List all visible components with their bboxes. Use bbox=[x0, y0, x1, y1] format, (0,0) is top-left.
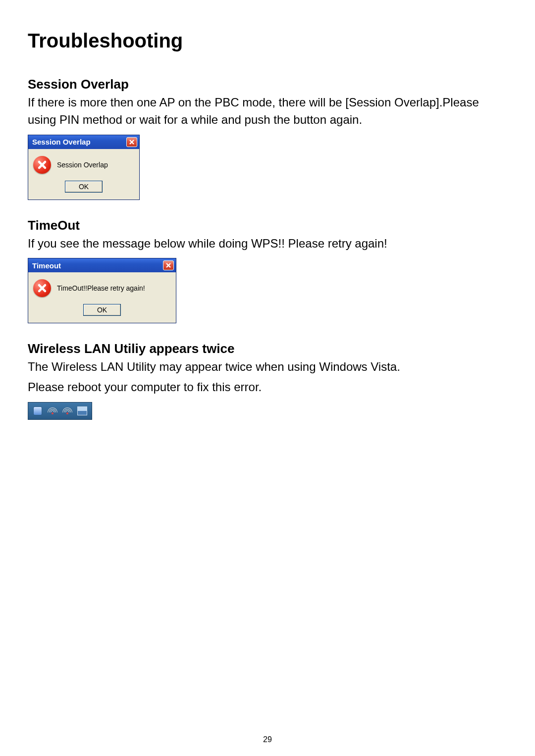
heading-timeout: TimeOut bbox=[28, 218, 507, 233]
close-icon bbox=[129, 139, 135, 145]
heading-utility-twice: Wireless LAN Utiliy appears twice bbox=[28, 341, 507, 356]
body-utility-twice-2: Please reboot your computer to fix this … bbox=[28, 379, 507, 396]
titlebar: Timeout bbox=[28, 258, 176, 272]
page-number: 29 bbox=[0, 735, 535, 744]
page-title: Troubleshooting bbox=[28, 30, 507, 52]
dialog-message: Session Overlap bbox=[57, 161, 108, 169]
error-icon bbox=[33, 279, 51, 297]
dialog-title: Session Overlap bbox=[32, 138, 91, 146]
dialog-body: TimeOut!!Please retry again! bbox=[28, 272, 176, 302]
system-tray bbox=[28, 402, 92, 420]
dialog-footer: OK bbox=[28, 302, 176, 323]
section-utility-twice: Wireless LAN Utiliy appears twice The Wi… bbox=[28, 341, 507, 420]
body-session-overlap: If there is more then one AP on the PBC … bbox=[28, 94, 507, 129]
ok-button[interactable]: OK bbox=[83, 304, 121, 316]
section-timeout: TimeOut If you see the message below whi… bbox=[28, 218, 507, 324]
network-icon bbox=[76, 404, 89, 417]
close-button[interactable] bbox=[126, 137, 137, 147]
wlan-utility-icon bbox=[61, 404, 74, 417]
close-icon bbox=[165, 262, 171, 268]
dialog-footer: OK bbox=[28, 179, 139, 200]
body-timeout: If you see the message below while doing… bbox=[28, 235, 507, 252]
dialog-body: Session Overlap bbox=[28, 149, 139, 179]
tray-info-icon bbox=[31, 404, 44, 417]
close-button[interactable] bbox=[163, 260, 174, 270]
dialog-message: TimeOut!!Please retry again! bbox=[57, 284, 145, 292]
error-icon bbox=[33, 156, 51, 174]
section-session-overlap: Session Overlap If there is more then on… bbox=[28, 77, 507, 200]
heading-session-overlap: Session Overlap bbox=[28, 77, 507, 92]
wlan-utility-icon bbox=[46, 404, 59, 417]
dialog-timeout: Timeout TimeOut!!Please retry again! OK bbox=[28, 258, 176, 323]
body-utility-twice-1: The Wireless LAN Utility may appear twic… bbox=[28, 358, 507, 376]
ok-button[interactable]: OK bbox=[65, 181, 103, 193]
titlebar: Session Overlap bbox=[28, 135, 139, 149]
dialog-title: Timeout bbox=[32, 261, 61, 270]
dialog-session-overlap: Session Overlap Session Overlap OK bbox=[28, 135, 140, 200]
